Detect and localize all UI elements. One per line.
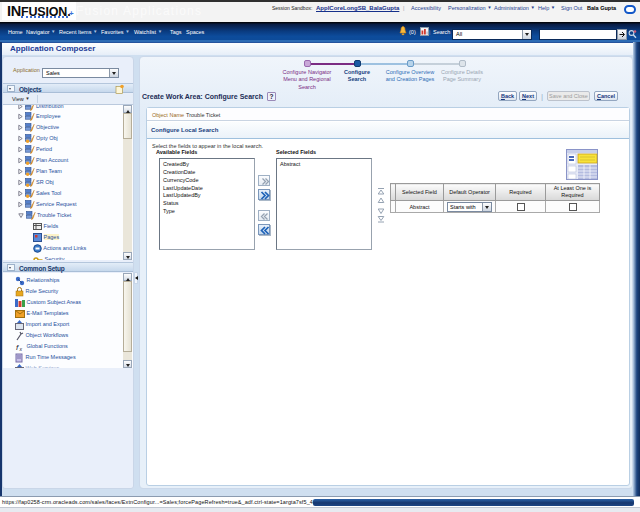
- svg-text:x: x: [19, 345, 23, 351]
